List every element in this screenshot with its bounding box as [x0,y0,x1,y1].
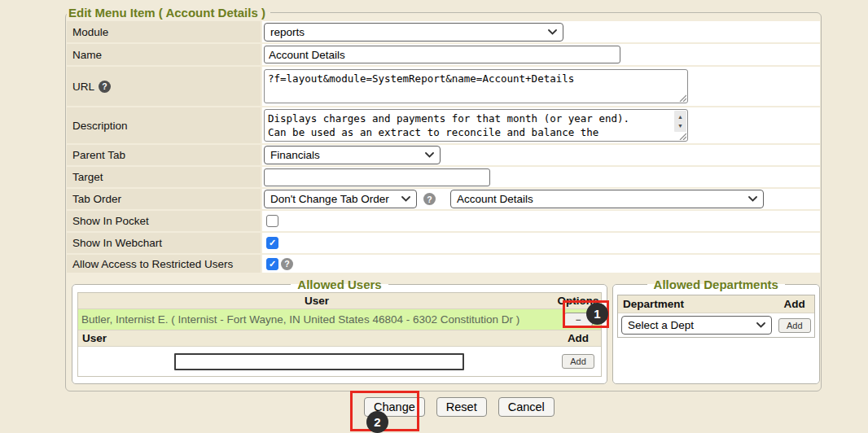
cancel-button[interactable]: Cancel [498,397,555,417]
add-column-header: Add [555,332,601,344]
chevron-down-icon [548,29,557,35]
annotation-badge-2: 2 [366,411,388,433]
allowed-user-row: Butler, Internist E. ( Internist - Fort … [78,309,601,330]
form-actions: Change Reset Cancel [364,397,555,417]
module-label: Module [72,26,108,38]
tab-order-select-value: Don't Change Tab Order [270,193,389,205]
add-user-header-row: User Add [78,330,601,347]
parent-tab-select[interactable]: Financials [264,146,441,164]
name-input[interactable] [264,46,620,63]
allowed-user-name: Butler, Internist E. ( Internist - Fort … [78,313,555,326]
show-in-webchart-checkbox[interactable] [266,237,278,249]
form-row-parent-tab: Parent Tab Financials [67,145,820,165]
allow-restricted-label: Allow Access to Restricted Users [72,258,233,270]
departments-header-row: Department Add [618,295,814,313]
allowed-departments-fieldset: Allowed Departments Department Add Selec… [612,278,820,384]
scroll-up-icon[interactable]: ▲ [677,112,683,121]
url-textarea[interactable]: ?f=layout&module=SystemReport&name=Accou… [264,69,688,103]
resize-grip-icon[interactable] [678,132,686,140]
department-column-header: Department [618,298,775,310]
allowed-users-title: Allowed Users [291,278,388,291]
add-user-row: Add [78,347,601,376]
tab-order-select[interactable]: Don't Change Tab Order [264,190,417,208]
allow-restricted-checkbox[interactable] [266,258,278,270]
form-row-module: Module reports [67,21,820,42]
add-department-row: Select a Dept Add [618,313,814,337]
allowed-users-fieldset: Allowed Users User Options Butler, Inter… [72,278,607,384]
show-in-webchart-label: Show In Webchart [72,237,162,249]
description-label: Description [72,120,128,132]
reset-button[interactable]: Reset [436,397,487,417]
form-row-tab-order: Tab Order Don't Change Tab Order ? Accou… [67,189,820,209]
name-label: Name [72,49,102,61]
permissions-row: Allowed Users User Options Butler, Inter… [67,274,820,387]
module-select-value: reports [270,26,305,38]
add-user-input[interactable] [174,353,464,370]
add-department-button[interactable]: Add [778,318,811,333]
allow-restricted-help-icon[interactable]: ? [281,258,293,270]
module-select[interactable]: reports [264,23,563,42]
add-user-column-header: User [78,332,555,344]
tab-order-help-icon[interactable]: ? [423,193,436,205]
dept-add-column-header: Add [775,298,814,310]
chevron-down-icon [401,196,410,202]
department-select[interactable]: Select a Dept [621,316,772,335]
form-row-description: Description Displays charges and payment… [67,107,820,143]
allowed-users-header-row: User Options [78,293,601,309]
form-row-name: Name [67,44,820,65]
annotation-badge-1: 1 [586,303,608,325]
chevron-down-icon [748,196,757,202]
chevron-down-icon [425,152,434,158]
allowed-users-table: User Options Butler, Internist E. ( Inte… [77,292,602,377]
chevron-down-icon [756,322,765,328]
parent-tab-label: Parent Tab [72,149,125,161]
scroll-down-icon[interactable]: ▼ [677,121,683,130]
form-row-target: Target [67,167,820,187]
department-select-value: Select a Dept [628,319,694,331]
form-title: Edit Menu Item ( Account Details ) [67,6,270,20]
form-row-show-in-pocket: Show In Pocket [67,211,820,231]
url-help-icon[interactable]: ? [99,81,111,93]
form-row-allow-restricted: Allow Access to Restricted Users ? [67,255,820,273]
description-textarea[interactable]: Displays charges and payments for that m… [264,109,688,142]
textarea-scrollbar[interactable]: ▲ ▼ [674,111,686,132]
target-label: Target [72,171,103,183]
tab-position-select-value: Account Details [457,193,533,205]
allowed-departments-table: Department Add Select a Dept Add [617,295,815,338]
allowed-departments-title: Allowed Departments [647,278,785,291]
show-in-pocket-checkbox[interactable] [266,215,278,227]
form-row-show-in-webchart: Show In Webchart [67,233,820,253]
url-label: URL [72,81,94,93]
show-in-pocket-label: Show In Pocket [72,215,149,227]
target-input[interactable] [264,168,490,186]
tab-position-select[interactable]: Account Details [450,190,764,208]
add-user-button[interactable]: Add [562,354,594,369]
form-row-url: URL ? ?f=layout&module=SystemReport&name… [67,67,820,106]
tab-order-label: Tab Order [72,193,121,205]
edit-menu-item-form: Edit Menu Item ( Account Details ) Modul… [65,6,822,391]
user-column-header: User [78,295,555,307]
resize-grip-icon[interactable] [678,94,686,102]
parent-tab-select-value: Financials [270,149,320,161]
